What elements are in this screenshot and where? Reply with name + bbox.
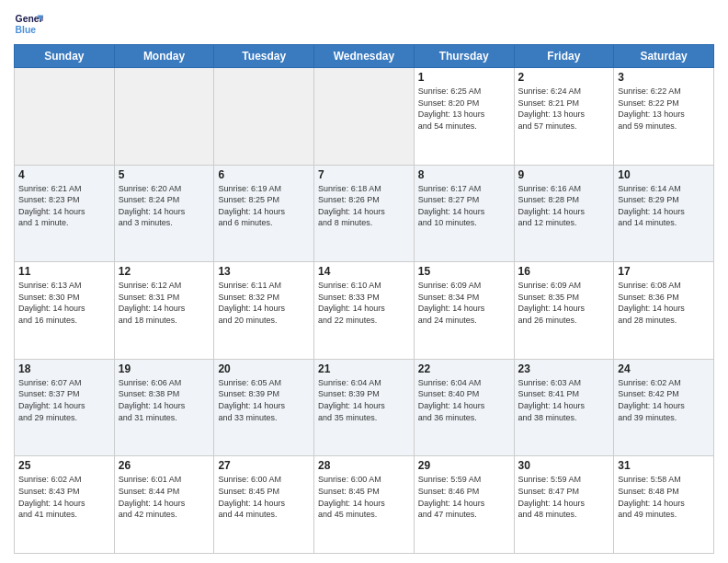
day-number: 27 — [218, 459, 310, 472]
cell-info: Sunrise: 6:12 AM Sunset: 8:31 PM Dayligh… — [119, 280, 210, 326]
calendar-cell: 21Sunrise: 6:04 AM Sunset: 8:39 PM Dayli… — [314, 359, 415, 456]
calendar-table: SundayMondayTuesdayWednesdayThursdayFrid… — [14, 44, 714, 554]
calendar-cell: 1Sunrise: 6:25 AM Sunset: 8:20 PM Daylig… — [414, 68, 514, 166]
calendar-cell: 6Sunrise: 6:19 AM Sunset: 8:25 PM Daylig… — [214, 165, 314, 262]
header: General Blue — [14, 9, 714, 39]
calendar-cell — [15, 68, 115, 166]
calendar-cell: 23Sunrise: 6:03 AM Sunset: 8:41 PM Dayli… — [514, 359, 614, 456]
cell-info: Sunrise: 6:17 AM Sunset: 8:27 PM Dayligh… — [418, 183, 510, 229]
cell-info: Sunrise: 5:58 AM Sunset: 8:48 PM Dayligh… — [618, 474, 710, 520]
calendar-cell: 2Sunrise: 6:24 AM Sunset: 8:21 PM Daylig… — [514, 68, 614, 166]
calendar-week-5: 25Sunrise: 6:02 AM Sunset: 8:43 PM Dayli… — [15, 456, 714, 554]
day-number: 11 — [18, 265, 110, 278]
day-number: 9 — [518, 168, 610, 181]
calendar-cell: 12Sunrise: 6:12 AM Sunset: 8:31 PM Dayli… — [114, 262, 214, 360]
cell-info: Sunrise: 6:09 AM Sunset: 8:35 PM Dayligh… — [518, 280, 610, 326]
calendar-cell: 17Sunrise: 6:08 AM Sunset: 8:36 PM Dayli… — [614, 262, 714, 360]
calendar-cell: 19Sunrise: 6:06 AM Sunset: 8:38 PM Dayli… — [114, 359, 214, 456]
calendar-cell: 18Sunrise: 6:07 AM Sunset: 8:37 PM Dayli… — [15, 359, 115, 456]
day-number: 3 — [618, 71, 710, 84]
calendar-cell: 29Sunrise: 5:59 AM Sunset: 8:46 PM Dayli… — [414, 456, 514, 554]
calendar-cell: 28Sunrise: 6:00 AM Sunset: 8:45 PM Dayli… — [314, 456, 415, 554]
cell-info: Sunrise: 6:16 AM Sunset: 8:28 PM Dayligh… — [518, 183, 610, 229]
cell-info: Sunrise: 6:09 AM Sunset: 8:34 PM Dayligh… — [418, 280, 510, 326]
calendar-cell: 27Sunrise: 6:00 AM Sunset: 8:45 PM Dayli… — [214, 456, 314, 554]
day-header-saturday: Saturday — [614, 45, 714, 68]
calendar-cell: 22Sunrise: 6:04 AM Sunset: 8:40 PM Dayli… — [414, 359, 514, 456]
day-number: 19 — [119, 362, 210, 375]
calendar-cell: 30Sunrise: 5:59 AM Sunset: 8:47 PM Dayli… — [514, 456, 614, 554]
day-number: 23 — [518, 362, 610, 375]
calendar-cell: 15Sunrise: 6:09 AM Sunset: 8:34 PM Dayli… — [414, 262, 514, 360]
cell-info: Sunrise: 6:00 AM Sunset: 8:45 PM Dayligh… — [318, 474, 410, 520]
calendar-cell: 20Sunrise: 6:05 AM Sunset: 8:39 PM Dayli… — [214, 359, 314, 456]
cell-info: Sunrise: 6:25 AM Sunset: 8:20 PM Dayligh… — [418, 86, 510, 132]
day-number: 2 — [518, 71, 610, 84]
cell-info: Sunrise: 6:04 AM Sunset: 8:39 PM Dayligh… — [318, 377, 410, 423]
day-number: 7 — [318, 168, 410, 181]
calendar-week-4: 18Sunrise: 6:07 AM Sunset: 8:37 PM Dayli… — [15, 359, 714, 456]
calendar-cell: 14Sunrise: 6:10 AM Sunset: 8:33 PM Dayli… — [314, 262, 415, 360]
calendar-cell: 7Sunrise: 6:18 AM Sunset: 8:26 PM Daylig… — [314, 165, 415, 262]
calendar-cell: 25Sunrise: 6:02 AM Sunset: 8:43 PM Dayli… — [15, 456, 115, 554]
day-header-sunday: Sunday — [15, 45, 115, 68]
day-number: 8 — [418, 168, 510, 181]
calendar-cell: 8Sunrise: 6:17 AM Sunset: 8:27 PM Daylig… — [414, 165, 514, 262]
day-number: 13 — [218, 265, 310, 278]
cell-info: Sunrise: 6:08 AM Sunset: 8:36 PM Dayligh… — [618, 280, 710, 326]
day-header-wednesday: Wednesday — [314, 45, 415, 68]
cell-info: Sunrise: 6:11 AM Sunset: 8:32 PM Dayligh… — [218, 280, 310, 326]
cell-info: Sunrise: 6:18 AM Sunset: 8:26 PM Dayligh… — [318, 183, 410, 229]
day-header-friday: Friday — [514, 45, 614, 68]
cell-info: Sunrise: 6:10 AM Sunset: 8:33 PM Dayligh… — [318, 280, 410, 326]
cell-info: Sunrise: 6:20 AM Sunset: 8:24 PM Dayligh… — [119, 183, 210, 229]
day-number: 12 — [119, 265, 210, 278]
day-number: 17 — [618, 265, 710, 278]
day-header-thursday: Thursday — [414, 45, 514, 68]
calendar-cell: 24Sunrise: 6:02 AM Sunset: 8:42 PM Dayli… — [614, 359, 714, 456]
day-number: 21 — [318, 362, 410, 375]
calendar-cell — [214, 68, 314, 166]
day-number: 30 — [518, 459, 610, 472]
calendar-cell: 3Sunrise: 6:22 AM Sunset: 8:22 PM Daylig… — [614, 68, 714, 166]
day-number: 20 — [218, 362, 310, 375]
calendar-cell: 31Sunrise: 5:58 AM Sunset: 8:48 PM Dayli… — [614, 456, 714, 554]
cell-info: Sunrise: 6:02 AM Sunset: 8:43 PM Dayligh… — [18, 474, 110, 520]
cell-info: Sunrise: 5:59 AM Sunset: 8:46 PM Dayligh… — [418, 474, 510, 520]
calendar-week-2: 4Sunrise: 6:21 AM Sunset: 8:23 PM Daylig… — [15, 165, 714, 262]
cell-info: Sunrise: 6:06 AM Sunset: 8:38 PM Dayligh… — [119, 377, 210, 423]
cell-info: Sunrise: 6:05 AM Sunset: 8:39 PM Dayligh… — [218, 377, 310, 423]
cell-info: Sunrise: 6:07 AM Sunset: 8:37 PM Dayligh… — [18, 377, 110, 423]
calendar-cell — [114, 68, 214, 166]
day-number: 16 — [518, 265, 610, 278]
cell-info: Sunrise: 6:22 AM Sunset: 8:22 PM Dayligh… — [618, 86, 710, 132]
calendar-cell: 11Sunrise: 6:13 AM Sunset: 8:30 PM Dayli… — [15, 262, 115, 360]
calendar-header-row: SundayMondayTuesdayWednesdayThursdayFrid… — [15, 45, 714, 68]
day-number: 15 — [418, 265, 510, 278]
calendar-cell: 26Sunrise: 6:01 AM Sunset: 8:44 PM Dayli… — [114, 456, 214, 554]
calendar-cell: 10Sunrise: 6:14 AM Sunset: 8:29 PM Dayli… — [614, 165, 714, 262]
cell-info: Sunrise: 6:04 AM Sunset: 8:40 PM Dayligh… — [418, 377, 510, 423]
day-number: 28 — [318, 459, 410, 472]
cell-info: Sunrise: 6:24 AM Sunset: 8:21 PM Dayligh… — [518, 86, 610, 132]
calendar-cell: 16Sunrise: 6:09 AM Sunset: 8:35 PM Dayli… — [514, 262, 614, 360]
logo-icon: General Blue — [14, 9, 43, 39]
day-number: 4 — [18, 168, 110, 181]
cell-info: Sunrise: 6:14 AM Sunset: 8:29 PM Dayligh… — [618, 183, 710, 229]
cell-info: Sunrise: 6:21 AM Sunset: 8:23 PM Dayligh… — [18, 183, 110, 229]
svg-text:Blue: Blue — [16, 25, 37, 35]
calendar-cell: 5Sunrise: 6:20 AM Sunset: 8:24 PM Daylig… — [114, 165, 214, 262]
logo: General Blue — [14, 9, 43, 39]
day-number: 5 — [119, 168, 210, 181]
day-header-tuesday: Tuesday — [214, 45, 314, 68]
day-number: 22 — [418, 362, 510, 375]
cell-info: Sunrise: 6:00 AM Sunset: 8:45 PM Dayligh… — [218, 474, 310, 520]
cell-info: Sunrise: 6:19 AM Sunset: 8:25 PM Dayligh… — [218, 183, 310, 229]
calendar-cell: 13Sunrise: 6:11 AM Sunset: 8:32 PM Dayli… — [214, 262, 314, 360]
day-number: 10 — [618, 168, 710, 181]
cell-info: Sunrise: 6:13 AM Sunset: 8:30 PM Dayligh… — [18, 280, 110, 326]
day-number: 18 — [18, 362, 110, 375]
day-number: 14 — [318, 265, 410, 278]
cell-info: Sunrise: 6:01 AM Sunset: 8:44 PM Dayligh… — [119, 474, 210, 520]
day-number: 1 — [418, 71, 510, 84]
